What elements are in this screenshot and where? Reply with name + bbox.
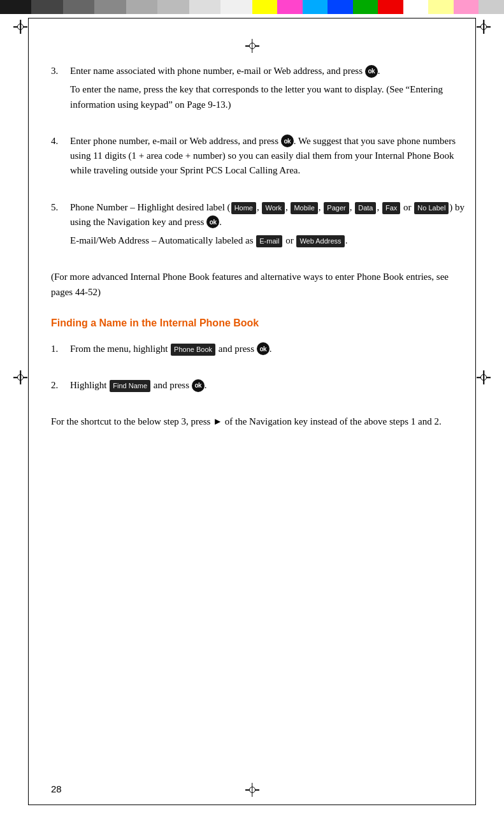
find-step-2: 2. Highlight Find Name and press ok. [51,378,466,397]
step-3-content: Enter name associated with phone number,… [70,64,466,116]
reg-mark-mid-right [476,370,491,385]
reg-mark-bottom-center [245,782,260,798]
border-left [28,18,29,805]
label-work: Work [262,202,284,214]
reg-mark-mid-left [13,370,28,385]
ok-button-find1: ok [257,342,270,355]
step-5: 5. Phone Number – Highlight desired labe… [51,200,466,252]
label-email: E-mail [256,235,282,247]
label-webaddress: Web Address [296,235,344,247]
ok-button-find2: ok [192,379,205,392]
step-4-number: 4. [51,134,70,182]
label-fax: Fax [382,202,400,214]
ok-button-3a: ok [365,65,378,78]
step-5-para-1: Phone Number – Highlight desired label (… [70,200,466,230]
label-mobile: Mobile [291,202,317,214]
step-4-content: Enter phone number, e-mail or Web addres… [70,134,466,182]
find-step-2-number: 2. [51,378,70,397]
border-top [28,18,476,18]
step-4-para-1: Enter phone number, e-mail or Web addres… [70,134,466,178]
label-home: Home [231,202,256,214]
ok-button-5a: ok [206,215,219,228]
step-4: 4. Enter phone number, e-mail or Web add… [51,134,466,182]
label-data: Data [355,202,376,214]
find-step-1-content: From the menu, highlight Phone Book and … [70,342,466,360]
main-content: 3. Enter name associated with phone numb… [51,64,466,772]
findname-badge: Find Name [110,380,150,392]
color-bar [0,0,504,14]
advanced-note: (For more advanced Internal Phone Book f… [51,270,466,300]
border-right [475,18,476,805]
label-pager: Pager [324,202,349,214]
step-3-para-2: To enter the name, press the key that co… [70,82,466,112]
phonebook-badge: Phone Book [171,344,215,356]
border-bottom [28,805,476,805]
step-5-para-2: E-mail/Web Address – Automatically label… [70,233,466,248]
step-3: 3. Enter name associated with phone numb… [51,64,466,116]
step-5-number: 5. [51,200,70,252]
step-5-content: Phone Number – Highlight desired label (… [70,200,466,252]
find-step-1: 1. From the menu, highlight Phone Book a… [51,342,466,360]
shortcut-note: For the shortcut to the below step 3, pr… [51,414,466,429]
reg-mark-top-right [476,19,491,34]
label-nolabel: No Label [414,202,449,214]
find-step-2-text: Highlight Find Name and press ok. [70,378,466,393]
reg-mark-top-left [13,19,28,34]
page-number: 28 [51,783,62,794]
reg-mark-top-center [245,38,260,54]
ok-button-4: ok [281,135,294,147]
section-heading: Finding a Name in the Internal Phone Boo… [51,317,466,329]
find-step-2-content: Highlight Find Name and press ok. [70,378,466,397]
step-3-number: 3. [51,64,70,116]
find-step-1-number: 1. [51,342,70,360]
find-step-1-text: From the menu, highlight Phone Book and … [70,342,466,356]
step-3-para-1: Enter name associated with phone number,… [70,64,466,78]
